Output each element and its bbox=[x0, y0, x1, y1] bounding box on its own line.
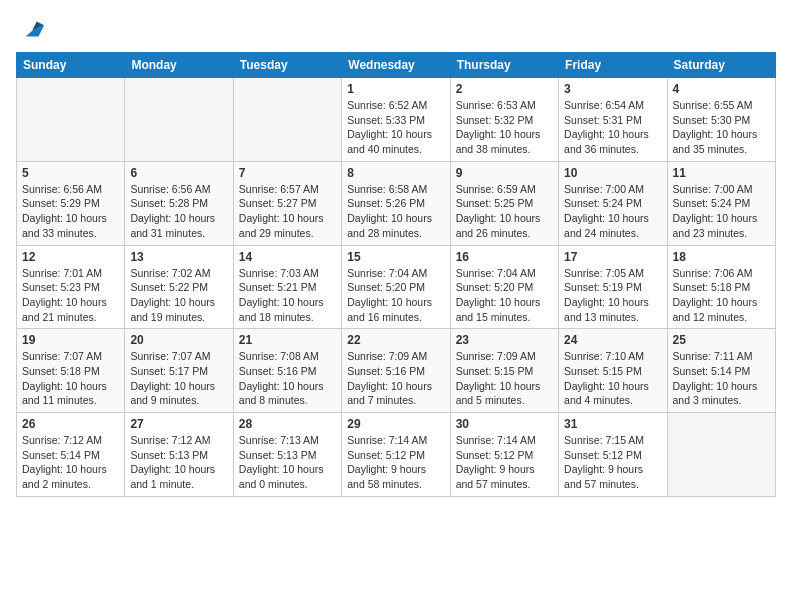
day-info: Sunrise: 7:06 AM Sunset: 5:18 PM Dayligh… bbox=[673, 266, 770, 325]
day-info: Sunrise: 6:57 AM Sunset: 5:27 PM Dayligh… bbox=[239, 182, 336, 241]
day-number: 24 bbox=[564, 333, 661, 347]
calendar-cell: 6Sunrise: 6:56 AM Sunset: 5:28 PM Daylig… bbox=[125, 161, 233, 245]
day-info: Sunrise: 7:09 AM Sunset: 5:16 PM Dayligh… bbox=[347, 349, 444, 408]
weekday-header-monday: Monday bbox=[125, 53, 233, 78]
calendar-cell: 12Sunrise: 7:01 AM Sunset: 5:23 PM Dayli… bbox=[17, 245, 125, 329]
calendar-cell bbox=[667, 413, 775, 497]
calendar-cell: 1Sunrise: 6:52 AM Sunset: 5:33 PM Daylig… bbox=[342, 78, 450, 162]
calendar-cell: 28Sunrise: 7:13 AM Sunset: 5:13 PM Dayli… bbox=[233, 413, 341, 497]
calendar-cell: 23Sunrise: 7:09 AM Sunset: 5:15 PM Dayli… bbox=[450, 329, 558, 413]
day-number: 7 bbox=[239, 166, 336, 180]
day-info: Sunrise: 6:55 AM Sunset: 5:30 PM Dayligh… bbox=[673, 98, 770, 157]
calendar-cell: 4Sunrise: 6:55 AM Sunset: 5:30 PM Daylig… bbox=[667, 78, 775, 162]
calendar-cell: 10Sunrise: 7:00 AM Sunset: 5:24 PM Dayli… bbox=[559, 161, 667, 245]
calendar-cell: 24Sunrise: 7:10 AM Sunset: 5:15 PM Dayli… bbox=[559, 329, 667, 413]
day-info: Sunrise: 6:56 AM Sunset: 5:29 PM Dayligh… bbox=[22, 182, 119, 241]
day-number: 11 bbox=[673, 166, 770, 180]
day-number: 5 bbox=[22, 166, 119, 180]
day-info: Sunrise: 7:07 AM Sunset: 5:17 PM Dayligh… bbox=[130, 349, 227, 408]
day-info: Sunrise: 7:13 AM Sunset: 5:13 PM Dayligh… bbox=[239, 433, 336, 492]
calendar-cell bbox=[233, 78, 341, 162]
day-number: 1 bbox=[347, 82, 444, 96]
calendar-cell: 16Sunrise: 7:04 AM Sunset: 5:20 PM Dayli… bbox=[450, 245, 558, 329]
day-info: Sunrise: 7:15 AM Sunset: 5:12 PM Dayligh… bbox=[564, 433, 661, 492]
day-info: Sunrise: 7:14 AM Sunset: 5:12 PM Dayligh… bbox=[456, 433, 553, 492]
day-info: Sunrise: 7:08 AM Sunset: 5:16 PM Dayligh… bbox=[239, 349, 336, 408]
day-number: 22 bbox=[347, 333, 444, 347]
calendar-week-row: 1Sunrise: 6:52 AM Sunset: 5:33 PM Daylig… bbox=[17, 78, 776, 162]
calendar-cell: 8Sunrise: 6:58 AM Sunset: 5:26 PM Daylig… bbox=[342, 161, 450, 245]
day-info: Sunrise: 6:56 AM Sunset: 5:28 PM Dayligh… bbox=[130, 182, 227, 241]
day-info: Sunrise: 6:53 AM Sunset: 5:32 PM Dayligh… bbox=[456, 98, 553, 157]
weekday-header-friday: Friday bbox=[559, 53, 667, 78]
day-info: Sunrise: 7:05 AM Sunset: 5:19 PM Dayligh… bbox=[564, 266, 661, 325]
day-info: Sunrise: 6:59 AM Sunset: 5:25 PM Dayligh… bbox=[456, 182, 553, 241]
calendar-table: SundayMondayTuesdayWednesdayThursdayFrid… bbox=[16, 52, 776, 497]
calendar-week-row: 19Sunrise: 7:07 AM Sunset: 5:18 PM Dayli… bbox=[17, 329, 776, 413]
day-number: 31 bbox=[564, 417, 661, 431]
logo-icon bbox=[18, 16, 46, 44]
weekday-header-sunday: Sunday bbox=[17, 53, 125, 78]
calendar-cell: 14Sunrise: 7:03 AM Sunset: 5:21 PM Dayli… bbox=[233, 245, 341, 329]
calendar-cell: 3Sunrise: 6:54 AM Sunset: 5:31 PM Daylig… bbox=[559, 78, 667, 162]
day-info: Sunrise: 6:54 AM Sunset: 5:31 PM Dayligh… bbox=[564, 98, 661, 157]
calendar-cell: 7Sunrise: 6:57 AM Sunset: 5:27 PM Daylig… bbox=[233, 161, 341, 245]
day-number: 29 bbox=[347, 417, 444, 431]
day-number: 19 bbox=[22, 333, 119, 347]
calendar-cell: 19Sunrise: 7:07 AM Sunset: 5:18 PM Dayli… bbox=[17, 329, 125, 413]
day-info: Sunrise: 6:52 AM Sunset: 5:33 PM Dayligh… bbox=[347, 98, 444, 157]
day-number: 21 bbox=[239, 333, 336, 347]
day-number: 16 bbox=[456, 250, 553, 264]
day-info: Sunrise: 6:58 AM Sunset: 5:26 PM Dayligh… bbox=[347, 182, 444, 241]
calendar-cell bbox=[17, 78, 125, 162]
calendar-cell: 31Sunrise: 7:15 AM Sunset: 5:12 PM Dayli… bbox=[559, 413, 667, 497]
day-number: 4 bbox=[673, 82, 770, 96]
calendar-cell bbox=[125, 78, 233, 162]
calendar-cell: 2Sunrise: 6:53 AM Sunset: 5:32 PM Daylig… bbox=[450, 78, 558, 162]
calendar-week-row: 5Sunrise: 6:56 AM Sunset: 5:29 PM Daylig… bbox=[17, 161, 776, 245]
day-number: 6 bbox=[130, 166, 227, 180]
calendar-week-row: 26Sunrise: 7:12 AM Sunset: 5:14 PM Dayli… bbox=[17, 413, 776, 497]
day-number: 26 bbox=[22, 417, 119, 431]
calendar-cell: 26Sunrise: 7:12 AM Sunset: 5:14 PM Dayli… bbox=[17, 413, 125, 497]
day-number: 23 bbox=[456, 333, 553, 347]
logo bbox=[16, 16, 46, 44]
weekday-header-wednesday: Wednesday bbox=[342, 53, 450, 78]
day-info: Sunrise: 7:04 AM Sunset: 5:20 PM Dayligh… bbox=[347, 266, 444, 325]
day-number: 25 bbox=[673, 333, 770, 347]
calendar-cell: 20Sunrise: 7:07 AM Sunset: 5:17 PM Dayli… bbox=[125, 329, 233, 413]
day-info: Sunrise: 7:02 AM Sunset: 5:22 PM Dayligh… bbox=[130, 266, 227, 325]
calendar-cell: 18Sunrise: 7:06 AM Sunset: 5:18 PM Dayli… bbox=[667, 245, 775, 329]
weekday-header-thursday: Thursday bbox=[450, 53, 558, 78]
day-number: 2 bbox=[456, 82, 553, 96]
calendar-cell: 9Sunrise: 6:59 AM Sunset: 5:25 PM Daylig… bbox=[450, 161, 558, 245]
day-info: Sunrise: 7:10 AM Sunset: 5:15 PM Dayligh… bbox=[564, 349, 661, 408]
day-info: Sunrise: 7:12 AM Sunset: 5:13 PM Dayligh… bbox=[130, 433, 227, 492]
weekday-header-saturday: Saturday bbox=[667, 53, 775, 78]
day-number: 8 bbox=[347, 166, 444, 180]
day-info: Sunrise: 7:00 AM Sunset: 5:24 PM Dayligh… bbox=[673, 182, 770, 241]
day-info: Sunrise: 7:09 AM Sunset: 5:15 PM Dayligh… bbox=[456, 349, 553, 408]
calendar-cell: 11Sunrise: 7:00 AM Sunset: 5:24 PM Dayli… bbox=[667, 161, 775, 245]
day-number: 9 bbox=[456, 166, 553, 180]
day-number: 10 bbox=[564, 166, 661, 180]
day-info: Sunrise: 7:14 AM Sunset: 5:12 PM Dayligh… bbox=[347, 433, 444, 492]
day-info: Sunrise: 7:12 AM Sunset: 5:14 PM Dayligh… bbox=[22, 433, 119, 492]
calendar-cell: 13Sunrise: 7:02 AM Sunset: 5:22 PM Dayli… bbox=[125, 245, 233, 329]
day-number: 20 bbox=[130, 333, 227, 347]
day-number: 14 bbox=[239, 250, 336, 264]
calendar-cell: 17Sunrise: 7:05 AM Sunset: 5:19 PM Dayli… bbox=[559, 245, 667, 329]
day-number: 13 bbox=[130, 250, 227, 264]
calendar-cell: 27Sunrise: 7:12 AM Sunset: 5:13 PM Dayli… bbox=[125, 413, 233, 497]
day-number: 17 bbox=[564, 250, 661, 264]
day-info: Sunrise: 7:01 AM Sunset: 5:23 PM Dayligh… bbox=[22, 266, 119, 325]
day-number: 27 bbox=[130, 417, 227, 431]
day-number: 30 bbox=[456, 417, 553, 431]
calendar-week-row: 12Sunrise: 7:01 AM Sunset: 5:23 PM Dayli… bbox=[17, 245, 776, 329]
calendar-cell: 29Sunrise: 7:14 AM Sunset: 5:12 PM Dayli… bbox=[342, 413, 450, 497]
day-info: Sunrise: 7:00 AM Sunset: 5:24 PM Dayligh… bbox=[564, 182, 661, 241]
calendar-cell: 25Sunrise: 7:11 AM Sunset: 5:14 PM Dayli… bbox=[667, 329, 775, 413]
day-info: Sunrise: 7:07 AM Sunset: 5:18 PM Dayligh… bbox=[22, 349, 119, 408]
calendar-header-row: SundayMondayTuesdayWednesdayThursdayFrid… bbox=[17, 53, 776, 78]
day-info: Sunrise: 7:11 AM Sunset: 5:14 PM Dayligh… bbox=[673, 349, 770, 408]
